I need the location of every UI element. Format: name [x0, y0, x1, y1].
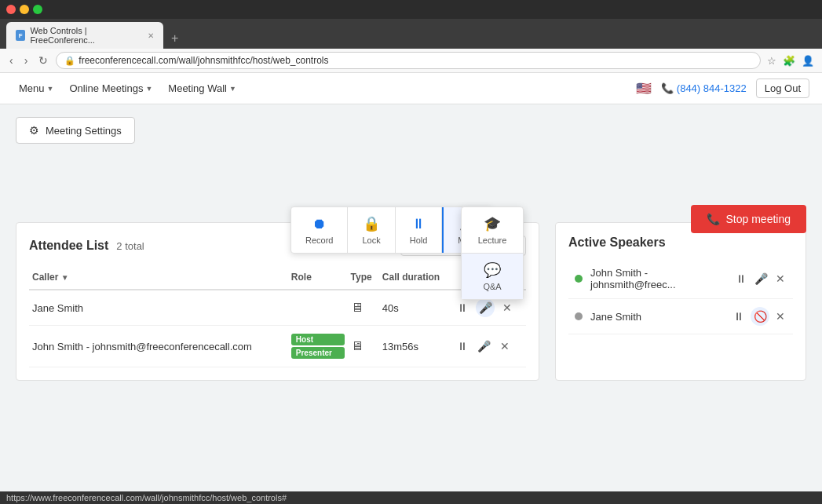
speaker-mute-button[interactable]: 🚫: [751, 307, 769, 326]
tab-title: Web Controls | FreeConferenc...: [30, 26, 140, 45]
attendee-list-title: Attendee List: [29, 239, 108, 253]
presenter-badge: Presenter: [291, 347, 345, 359]
meeting-wall-label: Meeting Wall: [168, 82, 227, 94]
main-content: ⚙ Meeting Settings ⏺ Record 🔒 Lock ⏸ Hol…: [0, 104, 822, 497]
speaker-pause-button[interactable]: ⏸: [732, 309, 746, 324]
speaker-pause-button[interactable]: ⏸: [734, 271, 748, 287]
lecture-label: Lecture: [478, 236, 507, 245]
stop-meeting-button[interactable]: 📞 Stop meeting: [691, 205, 807, 233]
menu-label: Menu: [19, 82, 45, 94]
caller-name: Jane Smith: [32, 302, 83, 314]
traffic-lights: [6, 5, 42, 14]
tab-close-button[interactable]: ✕: [148, 31, 154, 40]
close-window-button[interactable]: [6, 5, 16, 14]
type-cell: 🖥: [348, 326, 379, 367]
tab-bar: F Web Controls | FreeConferenc... ✕ +: [0, 19, 822, 49]
host-badge: Host: [291, 334, 345, 345]
lock-label: Lock: [362, 236, 380, 245]
duration-value: 13m56s: [382, 341, 418, 352]
settings-sliders-icon: ⚙: [29, 124, 39, 137]
lock-button[interactable]: 🔒 Lock: [348, 207, 395, 253]
bookmark-button[interactable]: ☆: [765, 53, 778, 68]
minimize-window-button[interactable]: [20, 5, 29, 14]
active-tab[interactable]: F Web Controls | FreeConferenc... ✕: [6, 22, 163, 49]
duration-cell: 40s: [379, 290, 452, 326]
record-button[interactable]: ⏺ Record: [291, 207, 348, 253]
sort-arrow-icon: ▼: [61, 273, 69, 282]
caller-name-cell: Jane Smith: [29, 290, 288, 326]
monitor-icon: 🖥: [351, 339, 364, 352]
forward-button[interactable]: ›: [21, 53, 31, 68]
online-meetings-label: Online Meetings: [69, 82, 143, 94]
pause-button[interactable]: ⏸: [455, 338, 469, 354]
phone-number: 📞 (844) 844-1322: [661, 82, 747, 94]
status-url: https://www.freeconferencecall.com/wall/…: [6, 493, 287, 497]
meeting-settings-button[interactable]: ⚙ Meeting Settings: [16, 117, 135, 144]
profile-button[interactable]: 👤: [800, 53, 816, 68]
logout-button[interactable]: Log Out: [756, 79, 809, 98]
hold-button[interactable]: ⏸ Hold: [396, 207, 443, 253]
extensions-button[interactable]: 🧩: [781, 53, 797, 68]
phone-icon: 📞: [661, 82, 674, 94]
row-controls-cell: ⏸ 🎤 ✕: [452, 326, 526, 367]
speaker-remove-button[interactable]: ✕: [774, 271, 787, 287]
meeting-wall-button[interactable]: Meeting Wall ▼: [162, 78, 243, 99]
speaker-name: John Smith - johnsmith@freec...: [590, 267, 734, 290]
pause-button[interactable]: ⏸: [455, 300, 469, 316]
menu-chevron-icon: ▼: [47, 85, 54, 93]
speaker-remove-button[interactable]: ✕: [774, 309, 787, 324]
lock-toolbar-icon: 🔒: [363, 215, 380, 232]
online-meetings-chevron-icon: ▼: [145, 85, 152, 93]
topbar-right: 🇺🇸 📞 (844) 844-1322 Log Out: [636, 79, 809, 98]
mute-mic-button[interactable]: 🎤: [476, 298, 495, 317]
maximize-window-button[interactable]: [33, 5, 42, 14]
flag-icon: 🇺🇸: [636, 81, 652, 96]
type-cell: 🖥: [348, 290, 379, 326]
status-bar: https://www.freeconferencecall.com/wall/…: [0, 491, 822, 497]
record-icon: ⏺: [312, 216, 327, 232]
qa-dropdown: 🎓 Lecture 💬 Q&A: [461, 206, 524, 300]
attendee-count: 2 total: [116, 240, 144, 252]
address-bar-row: ‹ › ↻ 🔒 freeconferencecall.com/wall/john…: [0, 49, 822, 73]
speaker-row: Jane Smith ⏸ 🚫 ✕: [568, 299, 793, 334]
duration-value: 40s: [382, 302, 399, 314]
phone-end-icon: 📞: [707, 213, 720, 225]
app-topbar: Menu ▼ Online Meetings ▼ Meeting Wall ▼ …: [0, 73, 822, 104]
record-label: Record: [305, 236, 333, 245]
browser-action-buttons: ☆ 🧩 👤: [765, 53, 816, 68]
meeting-wall-chevron-icon: ▼: [229, 85, 236, 93]
new-tab-button[interactable]: +: [165, 28, 184, 49]
role-badges: Host Presenter: [291, 334, 345, 359]
reload-button[interactable]: ↻: [35, 53, 51, 68]
qa-label: Q&A: [483, 282, 501, 291]
duration-column-header: Call duration: [379, 265, 452, 290]
inactive-speaker-indicator: [575, 312, 583, 320]
mic-button[interactable]: 🎤: [476, 338, 492, 354]
hold-label: Hold: [410, 236, 428, 245]
speaker-controls: ⏸ 🚫 ✕: [732, 307, 787, 326]
remove-button[interactable]: ✕: [501, 300, 513, 316]
speaker-mic-button[interactable]: 🎤: [753, 271, 769, 287]
speaker-name: Jane Smith: [590, 311, 732, 323]
active-speaker-indicator: [575, 275, 583, 283]
browser-chrome: [0, 0, 822, 19]
active-speakers-title: Active Speakers: [568, 236, 793, 250]
speaker-controls: ⏸ 🎤 ✕: [734, 271, 787, 287]
lecture-button[interactable]: 🎓 Lecture: [462, 207, 523, 254]
monitor-icon: 🖥: [351, 301, 364, 314]
meeting-settings-label: Meeting Settings: [46, 125, 122, 137]
stop-meeting-label: Stop meeting: [726, 213, 791, 225]
qa-button[interactable]: 💬 Q&A: [462, 254, 523, 299]
menu-button[interactable]: Menu ▼: [13, 78, 60, 99]
address-bar[interactable]: 🔒 freeconferencecall.com/wall/johnsmithf…: [56, 52, 761, 69]
role-column-header: Role: [288, 265, 348, 290]
online-meetings-button[interactable]: Online Meetings ▼: [63, 78, 159, 99]
table-row: Jane Smith 🖥 40s ⏸ 🎤: [29, 290, 526, 326]
url-text: freeconferencecall.com/wall/johnsmithfcc…: [79, 55, 328, 66]
lock-icon: 🔒: [64, 56, 75, 66]
lecture-icon: 🎓: [484, 215, 501, 232]
attendee-table: Caller ▼ Role Type Call duration: [29, 265, 526, 367]
remove-button[interactable]: ✕: [499, 338, 511, 354]
caller-column-header: Caller ▼: [29, 265, 288, 290]
back-button[interactable]: ‹: [6, 53, 16, 68]
